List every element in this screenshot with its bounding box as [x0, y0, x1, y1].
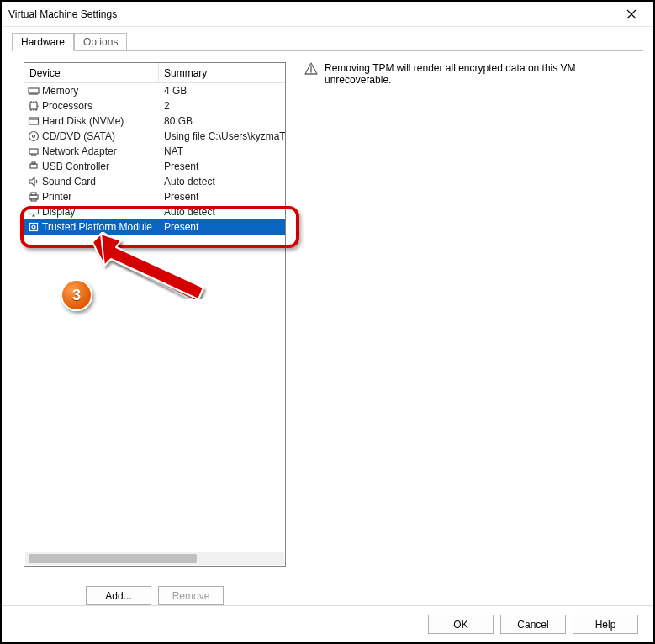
svg-rect-6 [30, 164, 37, 168]
svg-point-3 [29, 132, 39, 141]
cancel-button[interactable]: Cancel [500, 615, 566, 634]
device-label: Sound Card [42, 176, 159, 187]
device-summary: NAT [159, 145, 285, 157]
tpm-icon [27, 220, 40, 234]
content-area: Device Summary Memory4 GBProcessors2Hard… [12, 50, 643, 604]
device-summary: Using file C:\Users\kyzmaT [159, 130, 285, 142]
svg-rect-5 [29, 149, 38, 154]
printer-icon [27, 190, 40, 203]
device-label: Display [42, 206, 159, 218]
svg-rect-0 [29, 88, 39, 93]
svg-rect-11 [29, 209, 39, 214]
usb-icon [27, 160, 40, 173]
svg-rect-2 [29, 118, 39, 124]
device-label: Memory [42, 85, 159, 97]
svg-rect-14 [310, 66, 311, 71]
display-icon [27, 205, 40, 219]
device-label: Hard Disk (NVMe) [42, 115, 159, 127]
device-row-sound[interactable]: Sound CardAuto detect [24, 174, 285, 189]
device-summary: 2 [159, 100, 285, 112]
scrollbar-thumb[interactable] [29, 554, 197, 563]
window-title: Virtual Machine Settings [8, 8, 616, 20]
device-label: Printer [42, 191, 159, 203]
column-summary[interactable]: Summary [159, 63, 285, 82]
help-button[interactable]: Help [573, 615, 638, 634]
tabs: Hardware Options [12, 32, 653, 50]
close-button[interactable] [616, 4, 647, 24]
horizontal-scrollbar[interactable] [25, 552, 284, 565]
device-row-display[interactable]: DisplayAuto detect [24, 204, 285, 219]
tab-hardware[interactable]: Hardware [12, 33, 74, 51]
tab-options[interactable]: Options [74, 33, 127, 50]
svg-point-4 [33, 135, 35, 138]
warning-message: Removing TPM will render all encrypted d… [304, 62, 637, 86]
svg-rect-15 [310, 71, 311, 73]
right-pane: Removing TPM will render all encrypted d… [298, 50, 643, 604]
device-row-printer[interactable]: PrinterPresent [24, 189, 285, 204]
svg-rect-1 [30, 103, 37, 109]
device-list-header: Device Summary [24, 63, 285, 83]
cpu-icon [27, 99, 40, 113]
device-row-cpu[interactable]: Processors2 [24, 98, 285, 113]
sound-icon [27, 175, 40, 188]
net-icon [27, 145, 40, 158]
remove-button[interactable]: Remove [158, 586, 224, 605]
device-label: Processors [42, 100, 159, 112]
device-label: Network Adapter [42, 145, 159, 157]
device-summary: 80 GB [159, 115, 285, 127]
cd-icon [27, 129, 40, 143]
svg-rect-12 [30, 224, 38, 231]
memory-icon [27, 84, 40, 98]
device-row-disk[interactable]: Hard Disk (NVMe)80 GB [24, 113, 285, 129]
device-rows: Memory4 GBProcessors2Hard Disk (NVMe)80 … [24, 83, 285, 235]
left-pane: Device Summary Memory4 GBProcessors2Hard… [12, 50, 298, 604]
device-row-memory[interactable]: Memory4 GB [24, 83, 285, 98]
add-button[interactable]: Add... [86, 586, 151, 605]
device-buttons: Add... Remove [12, 579, 298, 605]
titlebar: Virtual Machine Settings [2, 2, 653, 27]
dialog-button-bar: OK Cancel Help [2, 605, 653, 642]
warning-text: Removing TPM will render all encrypted d… [325, 62, 637, 86]
device-row-usb[interactable]: USB ControllerPresent [24, 159, 285, 174]
device-summary: Auto detect [159, 206, 285, 218]
disk-icon [27, 114, 40, 128]
device-row-net[interactable]: Network AdapterNAT [24, 144, 285, 159]
device-row-tpm[interactable]: Trusted Platform ModulePresent [24, 219, 285, 235]
device-summary: Auto detect [159, 176, 285, 187]
device-label: CD/DVD (SATA) [42, 130, 159, 142]
device-summary: 4 GB [159, 85, 285, 97]
column-device[interactable]: Device [24, 63, 159, 82]
svg-rect-7 [32, 162, 35, 164]
close-icon [626, 9, 637, 19]
device-label: USB Controller [42, 161, 159, 172]
svg-point-13 [32, 225, 35, 229]
warning-icon [304, 62, 318, 76]
device-label: Trusted Platform Module [42, 221, 159, 233]
device-summary: Present [159, 191, 285, 203]
svg-rect-9 [31, 193, 36, 195]
ok-button[interactable]: OK [428, 615, 494, 634]
device-row-cd[interactable]: CD/DVD (SATA)Using file C:\Users\kyzmaT [24, 129, 285, 144]
device-summary: Present [159, 161, 285, 172]
device-summary: Present [159, 221, 285, 233]
device-list[interactable]: Device Summary Memory4 GBProcessors2Hard… [24, 62, 286, 567]
